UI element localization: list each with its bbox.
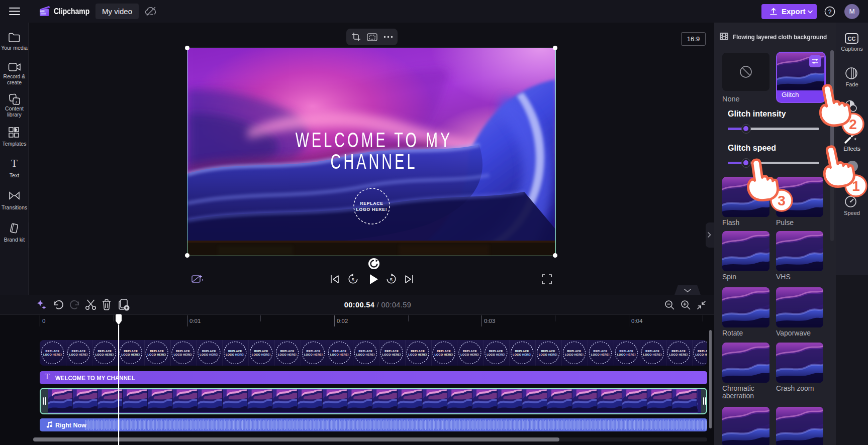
svg-text:REPLACE: REPLACE: [671, 350, 686, 353]
svg-text:LOGO HERE!: LOGO HERE!: [513, 353, 531, 356]
svg-text:REPLACE: REPLACE: [463, 350, 477, 353]
svg-text:REPLACE: REPLACE: [358, 350, 372, 353]
svg-text:LOGO HERE!: LOGO HERE!: [43, 353, 62, 356]
svg-text:LOGO HERE!: LOGO HERE!: [330, 353, 349, 356]
svg-text:REPLACE: REPLACE: [645, 350, 659, 353]
svg-text:REPLACE: REPLACE: [176, 350, 190, 353]
svg-text:REPLACE: REPLACE: [280, 350, 295, 353]
svg-text:REPLACE: REPLACE: [228, 350, 242, 353]
svg-text:REPLACE: REPLACE: [150, 350, 164, 353]
svg-text:LOGO HERE!: LOGO HERE!: [69, 353, 88, 356]
svg-text:LOGO HERE!: LOGO HERE!: [617, 353, 636, 356]
svg-text:5: 5: [390, 277, 393, 282]
svg-text:REPLACE: REPLACE: [360, 201, 383, 206]
svg-text:REPLACE: REPLACE: [411, 350, 425, 353]
svg-text:5: 5: [352, 277, 354, 282]
svg-text:?: ?: [828, 9, 832, 16]
svg-text:REPLACE: REPLACE: [98, 350, 112, 353]
svg-text:REPLACE: REPLACE: [437, 350, 451, 353]
svg-text:REPLACE: REPLACE: [593, 350, 607, 353]
svg-text:LOGO HERE!: LOGO HERE!: [95, 353, 114, 356]
svg-text:REPLACE: REPLACE: [307, 350, 321, 353]
svg-text:REPLACE: REPLACE: [384, 350, 399, 353]
svg-text:LOGO HERE!: LOGO HERE!: [643, 353, 662, 356]
svg-text:♪: ♪: [15, 99, 18, 104]
svg-text:LOGO HERE!: LOGO HERE!: [591, 353, 610, 356]
svg-text:LOGO HERE!: LOGO HERE!: [173, 353, 192, 356]
svg-text:REPLACE: REPLACE: [202, 350, 216, 353]
svg-text:LOGO HERE!: LOGO HERE!: [460, 353, 479, 356]
svg-text:REPLACE: REPLACE: [567, 350, 582, 353]
svg-text:REPLACE: REPLACE: [332, 350, 346, 353]
svg-text:LOGO HERE!: LOGO HERE!: [565, 353, 584, 356]
svg-text:LOGO HERE!: LOGO HERE!: [434, 353, 453, 356]
svg-text:REPLACE: REPLACE: [541, 350, 555, 353]
svg-text:REPLACE: REPLACE: [46, 350, 60, 353]
svg-text:LOGO HERE!: LOGO HERE!: [356, 207, 388, 212]
svg-text:LOGO HERE!: LOGO HERE!: [148, 353, 166, 356]
svg-text:LOGO HERE!: LOGO HERE!: [122, 353, 140, 356]
svg-text:LOGO HERE!: LOGO HERE!: [226, 353, 244, 356]
svg-text:LOGO HERE!: LOGO HERE!: [487, 353, 505, 356]
svg-text:REPLACE: REPLACE: [71, 350, 85, 353]
svg-text:REPLACE: REPLACE: [515, 350, 529, 353]
svg-text:LOGO HERE!: LOGO HERE!: [539, 353, 557, 356]
svg-text:LOGO HERE!: LOGO HERE!: [695, 353, 707, 356]
svg-text:CC: CC: [848, 36, 856, 42]
svg-text:LOGO HERE!: LOGO HERE!: [382, 353, 401, 356]
svg-text:LOGO HERE!: LOGO HERE!: [304, 353, 323, 356]
svg-text:LOGO HERE!: LOGO HERE!: [669, 353, 688, 356]
svg-text:LOGO HERE!: LOGO HERE!: [278, 353, 297, 356]
svg-text:LOGO HERE!: LOGO HERE!: [252, 353, 270, 356]
svg-text:REPLACE: REPLACE: [254, 350, 268, 353]
svg-text:LOGO HERE!: LOGO HERE!: [356, 353, 375, 356]
svg-text:REPLACE: REPLACE: [489, 350, 503, 353]
svg-text:LOGO HERE!: LOGO HERE!: [200, 353, 218, 356]
svg-text:REPLACE: REPLACE: [698, 350, 707, 353]
svg-text:REPLACE: REPLACE: [619, 350, 633, 353]
svg-text:T: T: [11, 158, 18, 168]
svg-text:REPLACE: REPLACE: [124, 350, 138, 353]
svg-text:LOGO HERE!: LOGO HERE!: [409, 353, 427, 356]
